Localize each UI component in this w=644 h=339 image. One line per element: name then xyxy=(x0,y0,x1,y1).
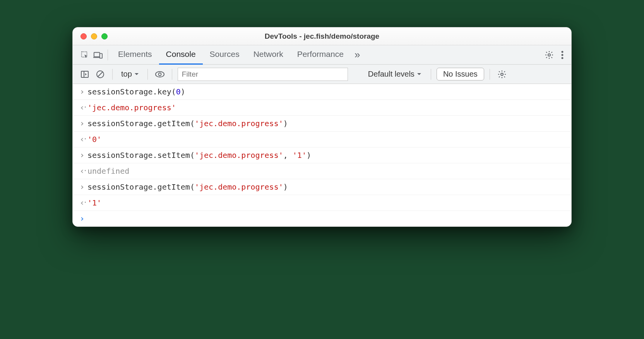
console-row: sessionStorage.setItem('jec.demo.progres… xyxy=(73,147,571,163)
svg-rect-1 xyxy=(94,52,100,56)
log-levels-selector[interactable]: Default levels xyxy=(364,70,425,79)
input-marker-icon xyxy=(77,86,87,97)
svg-rect-3 xyxy=(100,53,102,58)
clear-console-icon[interactable] xyxy=(94,68,107,81)
output-marker-icon xyxy=(77,197,87,208)
console-line: sessionStorage.setItem('jec.demo.progres… xyxy=(87,150,311,161)
maximize-button[interactable] xyxy=(101,33,108,39)
separator xyxy=(108,50,108,60)
filter-input[interactable] xyxy=(178,68,348,81)
devtools-window: DevTools - jec.fish/demo/storage Element… xyxy=(72,27,572,227)
console-line: '0' xyxy=(87,134,101,145)
console-row: undefined xyxy=(73,163,571,179)
titlebar: DevTools - jec.fish/demo/storage xyxy=(73,27,571,45)
tab-network[interactable]: Network xyxy=(247,45,290,65)
svg-point-13 xyxy=(501,73,503,75)
console-line: sessionStorage.getItem('jec.demo.progres… xyxy=(87,118,288,129)
console-row: '1' xyxy=(73,195,571,211)
console-row: '0' xyxy=(73,132,571,147)
console-output: sessionStorage.key(0)'jec.demo.progress'… xyxy=(73,84,571,226)
separator xyxy=(431,69,431,80)
console-line: undefined xyxy=(87,166,129,176)
svg-point-12 xyxy=(158,73,161,75)
svg-rect-8 xyxy=(81,71,88,77)
input-marker-icon xyxy=(77,150,87,161)
output-marker-icon xyxy=(77,102,87,113)
tabs-overflow[interactable]: » xyxy=(351,49,364,61)
console-line: '1' xyxy=(87,197,101,208)
device-toolbar-icon[interactable] xyxy=(91,48,104,62)
console-line: sessionStorage.getItem('jec.demo.progres… xyxy=(87,181,288,192)
console-line: 'jec.demo.progress' xyxy=(87,102,176,113)
chevron-down-icon xyxy=(134,73,139,76)
console-row: sessionStorage.key(0) xyxy=(73,84,571,100)
more-icon[interactable] xyxy=(556,48,569,62)
settings-icon[interactable] xyxy=(543,48,556,62)
live-expression-icon[interactable] xyxy=(153,68,166,81)
chevron-down-icon xyxy=(417,73,421,76)
console-row: sessionStorage.getItem('jec.demo.progres… xyxy=(73,116,571,132)
close-button[interactable] xyxy=(80,33,87,39)
svg-point-6 xyxy=(562,54,564,56)
svg-point-5 xyxy=(562,51,564,53)
tab-elements[interactable]: Elements xyxy=(111,45,159,65)
svg-line-11 xyxy=(98,72,103,77)
tab-sources[interactable]: Sources xyxy=(203,45,247,65)
output-marker-icon xyxy=(77,166,87,176)
console-settings-icon[interactable] xyxy=(495,68,509,81)
console-row: sessionStorage.getItem('jec.demo.progres… xyxy=(73,179,571,195)
traffic-lights xyxy=(73,33,108,39)
console-line: sessionStorage.key(0) xyxy=(87,86,185,97)
tab-performance[interactable]: Performance xyxy=(290,45,351,65)
context-selector[interactable]: top xyxy=(118,69,142,79)
tabbar: Elements Console Sources Network Perform… xyxy=(73,45,571,65)
console-toolbar: top Default levels No Issues xyxy=(73,65,571,84)
minimize-button[interactable] xyxy=(91,33,97,39)
levels-label: Default levels xyxy=(368,70,414,79)
separator xyxy=(112,69,113,80)
separator xyxy=(147,69,148,80)
input-marker-icon xyxy=(77,181,87,192)
svg-point-4 xyxy=(548,54,550,56)
separator xyxy=(172,69,172,80)
console-row: 'jec.demo.progress' xyxy=(73,100,571,116)
inspect-icon[interactable] xyxy=(78,48,91,62)
output-marker-icon xyxy=(77,134,87,145)
tab-console[interactable]: Console xyxy=(159,45,203,65)
input-marker-icon xyxy=(77,118,87,129)
window-title: DevTools - jec.fish/demo/storage xyxy=(73,32,571,41)
context-label: top xyxy=(121,70,132,79)
svg-point-7 xyxy=(562,57,564,59)
separator xyxy=(490,69,490,80)
console-row xyxy=(73,211,571,226)
prompt-marker-icon xyxy=(77,213,87,224)
toggle-sidebar-icon[interactable] xyxy=(78,68,91,81)
no-issues-button[interactable]: No Issues xyxy=(437,68,484,80)
